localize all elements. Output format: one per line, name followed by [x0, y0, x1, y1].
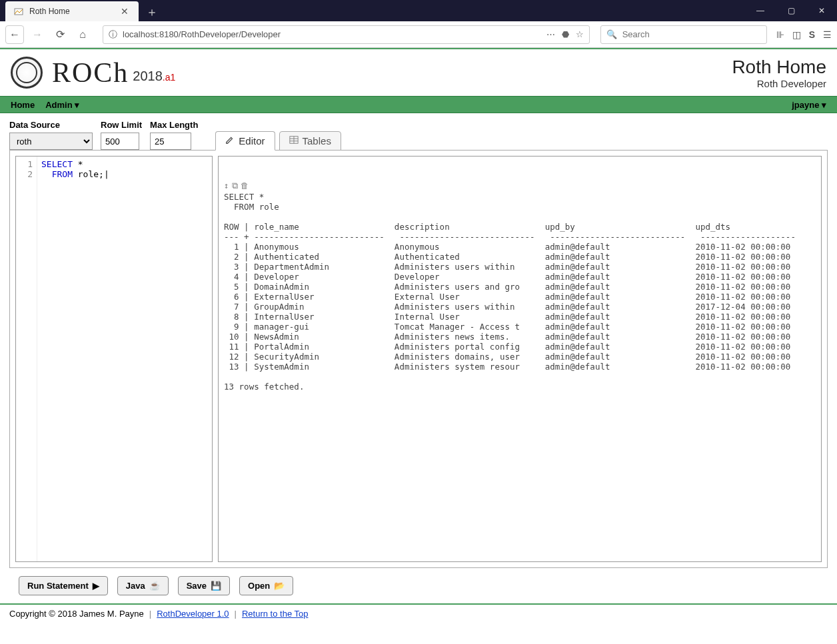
- page-title: Roth Home: [732, 57, 826, 78]
- home-button[interactable]: ⌂: [73, 25, 92, 44]
- library-icon[interactable]: ⊪: [776, 29, 784, 40]
- result-query: SELECT * FROM role: [224, 192, 279, 212]
- page-subtitle: Roth Developer: [732, 78, 826, 89]
- close-window-button[interactable]: ✕: [806, 0, 837, 21]
- maxlength-input[interactable]: [150, 133, 191, 150]
- play-icon: ▶: [93, 581, 99, 591]
- tab-favicon: [13, 6, 24, 17]
- menu-admin[interactable]: Admin ▾: [40, 100, 85, 110]
- table-icon: [289, 135, 299, 147]
- disk-icon: 💾: [211, 581, 221, 591]
- footer-link-1[interactable]: RothDeveloper 1.0: [157, 609, 229, 619]
- menu-user[interactable]: jpayne ▾: [786, 100, 832, 110]
- open-button[interactable]: Open 📂: [239, 576, 293, 595]
- result-columns: ROW | role_name description upd_by upd_d…: [224, 222, 730, 232]
- tab-title: Roth Home: [29, 7, 113, 16]
- brand-text: ROCh: [52, 57, 129, 89]
- tab-editor-label: Editor: [239, 135, 265, 147]
- sidebar-icon[interactable]: ◫: [792, 29, 801, 40]
- search-bar[interactable]: 🔍: [600, 25, 767, 44]
- menu-home[interactable]: Home: [5, 100, 40, 110]
- java-label: Java: [126, 581, 145, 591]
- rowlimit-input[interactable]: [101, 133, 139, 150]
- open-label: Open: [248, 581, 270, 591]
- action-buttons: Run Statement ▶ Java ☕ Save 💾 Open 📂: [0, 573, 837, 603]
- url-text: localhost:8180/RothDeveloper/Developer: [123, 29, 541, 39]
- rowlimit-label: Row Limit: [101, 120, 142, 130]
- tab-tables[interactable]: Tables: [279, 131, 341, 151]
- result-rows: 1 | Anonymous Anonymous admin@default 20…: [224, 242, 790, 372]
- maxlength-label: Max Length: [150, 120, 198, 130]
- page-content: ROCh 2018.a1 Roth Home Roth Developer Ho…: [0, 48, 837, 644]
- pocket-icon[interactable]: ⬣: [562, 29, 569, 39]
- browser-tab[interactable]: Roth Home ✕: [5, 1, 139, 21]
- connection-info-icon[interactable]: ⓘ: [109, 29, 117, 41]
- java-button[interactable]: Java ☕: [117, 576, 169, 595]
- hamburger-menu-icon[interactable]: ☰: [823, 29, 832, 40]
- menu-bar: Home Admin ▾ jpayne ▾: [0, 96, 837, 113]
- footer-link-2[interactable]: Return to the Top: [242, 609, 309, 619]
- line-gutter: 12: [16, 157, 37, 561]
- logo-icon: [11, 57, 43, 89]
- tab-close-icon[interactable]: ✕: [119, 6, 131, 17]
- copyright-text: Copyright © 2018 James M. Payne: [9, 609, 144, 619]
- datasource-label: Data Source: [9, 120, 93, 130]
- tab-editor[interactable]: Editor: [215, 131, 275, 151]
- run-statement-button[interactable]: Run Statement ▶: [19, 576, 108, 595]
- datasource-select[interactable]: roth: [9, 133, 93, 150]
- sql-code[interactable]: SELECT * FROM role;|: [37, 157, 113, 561]
- back-button[interactable]: ←: [5, 25, 24, 44]
- coffee-icon: ☕: [149, 581, 160, 591]
- delete-icon[interactable]: 🗑: [241, 180, 249, 190]
- folder-open-icon: 📂: [274, 581, 285, 591]
- result-divider: --- + -------------------------- -------…: [224, 232, 796, 242]
- forward-button[interactable]: →: [28, 25, 47, 44]
- tab-tables-label: Tables: [303, 135, 331, 147]
- reload-button[interactable]: ⟳: [51, 25, 69, 44]
- app-header: ROCh 2018.a1 Roth Home Roth Developer: [0, 49, 837, 96]
- save-label: Save: [187, 581, 207, 591]
- sql-editor[interactable]: 12 SELECT * FROM role;|: [15, 156, 213, 562]
- result-toolbar: ↕ ⧉ 🗑: [224, 180, 816, 190]
- account-icon[interactable]: S: [809, 29, 815, 40]
- bookmark-star-icon[interactable]: ☆: [576, 29, 584, 39]
- query-controls: Data Source roth Row Limit Max Length Ed…: [0, 113, 837, 150]
- result-footer: 13 rows fetched.: [224, 382, 304, 392]
- version-year: 2018: [133, 69, 163, 83]
- version-suffix: .a1: [163, 72, 175, 83]
- browser-titlebar: Roth Home ✕ ＋ — ▢ ✕: [0, 0, 837, 21]
- page-actions-icon[interactable]: ⋯: [546, 29, 555, 39]
- save-button[interactable]: Save 💾: [178, 576, 230, 595]
- search-input[interactable]: [622, 29, 761, 39]
- run-label: Run Statement: [27, 581, 89, 591]
- maximize-button[interactable]: ▢: [776, 0, 806, 21]
- minimize-button[interactable]: —: [745, 0, 776, 21]
- new-tab-button[interactable]: ＋: [143, 3, 161, 21]
- browser-toolbar: ← → ⟳ ⌂ ⓘ localhost:8180/RothDeveloper/D…: [0, 21, 837, 48]
- page-footer: Copyright © 2018 James M. Payne | RothDe…: [0, 603, 837, 623]
- footer-sep: |: [235, 609, 237, 619]
- footer-sep: |: [149, 609, 151, 619]
- window-controls: — ▢ ✕: [745, 0, 837, 21]
- copy-icon[interactable]: ⧉: [232, 180, 238, 190]
- url-bar[interactable]: ⓘ localhost:8180/RothDeveloper/Developer…: [103, 25, 590, 44]
- brand-version: 2018.a1: [133, 69, 175, 84]
- search-icon: 🔍: [606, 29, 617, 39]
- editor-area: 12 SELECT * FROM role;| ↕ ⧉ 🗑 SELECT * F…: [9, 150, 828, 568]
- edit-icon: [225, 135, 235, 147]
- sort-icon[interactable]: ↕: [224, 180, 229, 190]
- result-pane[interactable]: ↕ ⧉ 🗑 SELECT * FROM role ROW | role_name…: [218, 156, 822, 562]
